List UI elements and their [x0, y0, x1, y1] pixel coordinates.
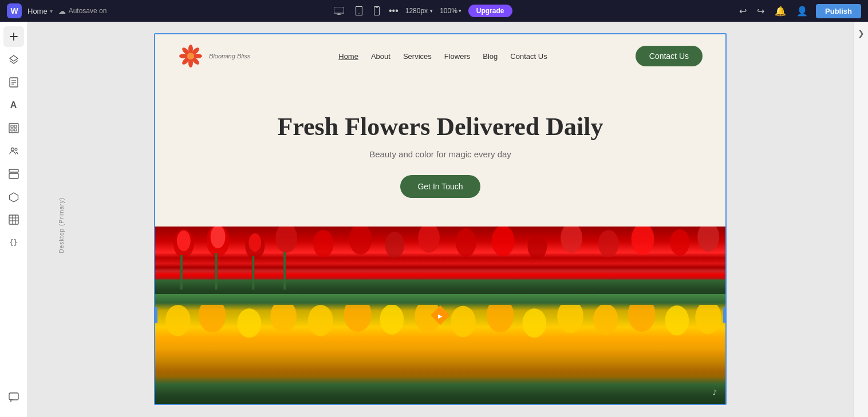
sidebar-item-table[interactable]: [3, 209, 24, 230]
logo-name: Blooming Bliss: [209, 53, 250, 59]
svg-rect-16: [14, 125, 17, 128]
svg-rect-14: [9, 124, 18, 133]
publish-button[interactable]: Publish: [816, 4, 861, 18]
text-tool-icon: A: [10, 100, 17, 110]
svg-point-75: [665, 305, 689, 336]
viewport-size-selector[interactable]: 1280px ▾: [405, 7, 433, 15]
hero-title: Fresh Flowers Delivered Daily: [178, 112, 703, 141]
logo-text: Blooming Bliss: [209, 53, 250, 59]
svg-point-71: [522, 308, 546, 337]
svg-rect-57: [180, 255, 183, 289]
play-arrow-icon: ▶: [439, 312, 443, 319]
svg-point-19: [11, 148, 14, 151]
topbar: W Home ▾ ☁ Autosave on ••• 1280px ▾ 100%…: [0, 0, 868, 22]
autosave-text: Autosave on: [69, 7, 107, 15]
sidebar-item-apps[interactable]: [3, 186, 24, 207]
sidebar-item-layers[interactable]: [3, 49, 24, 70]
contact-us-button[interactable]: Contact Us: [636, 46, 703, 66]
more-options-icon[interactable]: •••: [389, 6, 399, 16]
sidebar-item-media[interactable]: [3, 118, 24, 138]
topbar-center: ••• 1280px ▾ 100% ▾ Upgrade: [332, 4, 512, 18]
mobile-view-button[interactable]: [372, 4, 382, 18]
canvas-area[interactable]: Desktop (Primary): [27, 22, 853, 417]
zoom-chevron-icon: ▾: [459, 8, 461, 14]
upgrade-button[interactable]: Upgrade: [468, 5, 512, 17]
sidebar-item-text[interactable]: A: [3, 95, 24, 116]
zoom-selector[interactable]: 100% ▾: [440, 7, 461, 15]
svg-rect-60: [283, 252, 286, 289]
sidebar-item-members[interactable]: [3, 141, 24, 161]
get-in-touch-button[interactable]: Get In Touch: [400, 175, 480, 198]
desktop-view-button[interactable]: [332, 5, 346, 17]
svg-rect-59: [252, 256, 254, 289]
right-panel: ❯: [853, 22, 868, 417]
topbar-right: ↩ ↪ 🔔 👤 Publish: [737, 3, 861, 19]
chevron-down-icon: ▾: [50, 8, 53, 14]
nav-link-about[interactable]: About: [371, 52, 390, 61]
svg-rect-23: [9, 215, 18, 224]
svg-point-74: [628, 305, 656, 332]
music-note-icon: ♪: [712, 386, 717, 398]
svg-rect-17: [11, 129, 13, 131]
svg-point-62: [199, 305, 226, 332]
svg-point-69: [451, 306, 476, 337]
nav-link-blog[interactable]: Blog: [483, 52, 498, 61]
svg-point-67: [380, 305, 404, 335]
svg-point-72: [557, 305, 583, 333]
svg-point-66: [344, 305, 372, 332]
website-frame: Blooming Bliss Home About Services Flowe…: [154, 33, 727, 405]
page-name: Home: [27, 7, 48, 15]
svg-rect-0: [334, 7, 344, 13]
site-logo: Blooming Bliss: [178, 43, 250, 69]
viewport-chevron-icon: ▾: [430, 8, 433, 14]
sidebar-item-sections[interactable]: [3, 164, 24, 184]
app-logo[interactable]: W: [7, 3, 22, 18]
account-icon[interactable]: 👤: [794, 3, 810, 19]
nav-link-contact[interactable]: Contact Us: [510, 52, 547, 61]
logo-flower-icon: [178, 43, 203, 69]
sidebar-item-code[interactable]: {}: [3, 232, 24, 253]
sidebar-item-pages[interactable]: [3, 72, 24, 93]
right-panel-collapse-button[interactable]: ❯: [858, 29, 865, 38]
logo-letter: W: [10, 6, 18, 15]
sidebar-item-chat[interactable]: [3, 387, 24, 408]
notifications-icon[interactable]: 🔔: [772, 3, 788, 19]
svg-point-39: [177, 231, 191, 251]
nav-link-flowers[interactable]: Flowers: [444, 52, 471, 61]
svg-rect-21: [9, 169, 18, 172]
undo-button[interactable]: ↩: [737, 3, 749, 19]
svg-point-64: [270, 305, 297, 333]
red-tulips-area: [155, 227, 725, 301]
nav-link-services[interactable]: Services: [403, 52, 432, 61]
zoom-value: 100%: [440, 7, 457, 15]
svg-point-53: [598, 230, 619, 257]
svg-point-70: [487, 305, 514, 332]
tablet-view-button[interactable]: [353, 4, 365, 18]
section-resize-handle-right[interactable]: [723, 307, 725, 323]
main-layout: A: [0, 22, 868, 417]
sidebar-item-add[interactable]: [3, 26, 24, 47]
svg-point-51: [527, 234, 547, 259]
svg-point-50: [492, 227, 515, 256]
svg-point-73: [593, 305, 618, 335]
redo-button[interactable]: ↪: [755, 3, 767, 19]
flower-image-section[interactable]: ▶ ♪: [155, 227, 725, 404]
section-resize-handle-left[interactable]: [155, 307, 157, 323]
hero-subtitle: Beauty and color for magic every day: [178, 149, 703, 159]
topbar-left: W Home ▾ ☁ Autosave on: [7, 3, 106, 18]
site-header: Blooming Bliss Home About Services Flowe…: [155, 34, 725, 78]
nav-link-home[interactable]: Home: [338, 52, 358, 61]
site-hero: Fresh Flowers Delivered Daily Beauty and…: [155, 78, 725, 227]
svg-rect-28: [9, 393, 18, 400]
autosave-status: ☁ Autosave on: [58, 7, 107, 15]
svg-point-55: [670, 229, 689, 256]
page-selector[interactable]: Home ▾: [27, 7, 53, 15]
play-cursor[interactable]: ▶: [432, 307, 448, 323]
svg-rect-18: [14, 129, 17, 131]
svg-point-46: [349, 227, 372, 255]
svg-point-43: [248, 233, 261, 252]
svg-point-44: [275, 227, 297, 253]
left-sidebar: A: [0, 22, 27, 417]
desktop-label-wrap: Desktop (Primary): [58, 33, 65, 417]
svg-point-65: [308, 305, 333, 336]
